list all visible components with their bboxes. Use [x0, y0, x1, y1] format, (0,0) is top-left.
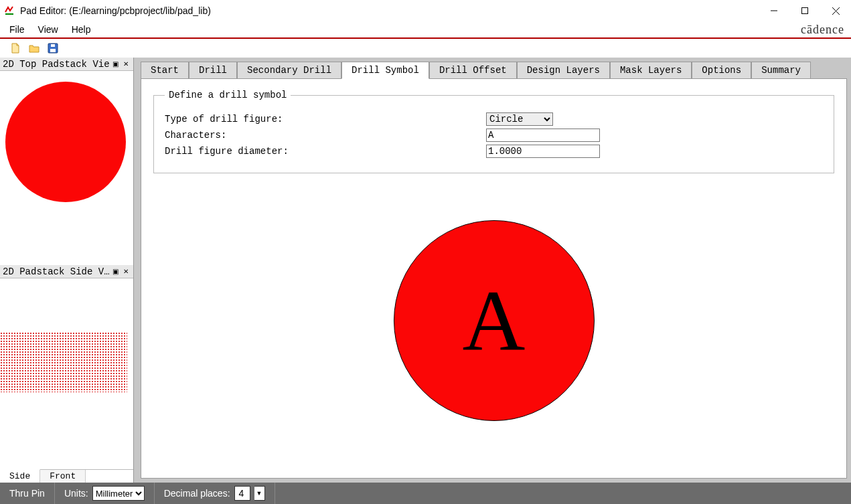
main-tabs: Start Drill Secondary Drill Drill Symbol…: [141, 62, 847, 79]
tab-drill-offset[interactable]: Drill Offset: [429, 62, 517, 79]
tab-mask-layers[interactable]: Mask Layers: [610, 62, 692, 79]
menubar: File View Help cādence: [0, 21, 851, 39]
tab-summary[interactable]: Summary: [751, 62, 811, 79]
characters-input[interactable]: [486, 129, 600, 142]
window-controls: [759, 0, 851, 21]
diameter-input[interactable]: [486, 145, 600, 158]
tab-secondary-drill[interactable]: Secondary Drill: [237, 62, 341, 79]
status-decimal: Decimal places: 4 ▼: [155, 483, 275, 504]
svg-rect-5: [50, 49, 56, 52]
top-view-canvas[interactable]: [0, 71, 133, 265]
top-padstack-panel: 2D Top Padstack View ▣ ✕: [0, 58, 133, 265]
characters-label: Characters:: [165, 130, 486, 141]
decimal-label: Decimal places:: [164, 488, 230, 499]
row-type: Type of drill figure: Circle: [165, 112, 823, 126]
padstack-side-shape: [0, 332, 127, 392]
group-legend: Define a drill symbol: [165, 90, 291, 100]
svg-rect-6: [51, 44, 55, 47]
statusbar: Thru Pin Units: Millimeter Decimal place…: [0, 483, 851, 504]
brand-logo: cādence: [801, 23, 848, 37]
status-thru-pin: Thru Pin: [0, 483, 55, 504]
drill-symbol-group: Define a drill symbol Type of drill figu…: [153, 90, 834, 173]
diameter-label: Drill figure diameter:: [165, 146, 486, 157]
new-file-button[interactable]: [9, 42, 21, 54]
app-icon: [4, 5, 15, 16]
decimal-value[interactable]: 4: [234, 486, 250, 501]
side-padstack-panel: 2D Padstack Side V… ▣ ✕ Side Front: [0, 265, 133, 483]
side-view-canvas[interactable]: [0, 278, 133, 469]
titlebar: Pad Editor: (E:/learning/pcbproject/lib/…: [0, 0, 851, 21]
close-panel-icon[interactable]: ✕: [121, 60, 131, 68]
drill-figure-circle: A: [394, 220, 595, 421]
side-view-tabs: Side Front: [0, 469, 133, 483]
drill-preview: A: [153, 173, 834, 467]
tab-options[interactable]: Options: [692, 62, 751, 79]
undock-icon[interactable]: ▣: [110, 60, 120, 68]
type-select[interactable]: Circle: [486, 112, 553, 126]
left-panels: 2D Top Padstack View ▣ ✕ 2D Padstack Sid…: [0, 58, 134, 483]
row-diameter: Drill figure diameter:: [165, 145, 823, 158]
open-file-button[interactable]: [28, 42, 40, 54]
tab-start[interactable]: Start: [141, 62, 189, 79]
units-label: Units:: [64, 488, 88, 499]
main-area: 2D Top Padstack View ▣ ✕ 2D Padstack Sid…: [0, 58, 851, 483]
side-tab-front[interactable]: Front: [40, 470, 86, 483]
undock-icon[interactable]: ▣: [110, 268, 120, 275]
side-tab-side[interactable]: Side: [0, 469, 40, 483]
decimal-dropdown-icon[interactable]: ▼: [254, 486, 265, 501]
minimize-button[interactable]: [759, 0, 789, 21]
type-label: Type of drill figure:: [165, 114, 486, 124]
tab-body: Define a drill symbol Type of drill figu…: [141, 78, 847, 479]
content-area: Start Drill Secondary Drill Drill Symbol…: [134, 58, 851, 483]
side-panel-header: 2D Padstack Side V… ▣ ✕: [0, 265, 133, 278]
top-panel-title: 2D Top Padstack View: [3, 59, 109, 70]
close-panel-icon[interactable]: ✕: [121, 268, 131, 275]
drill-figure-char: A: [463, 270, 526, 371]
padstack-top-shape: [5, 82, 126, 202]
tab-drill[interactable]: Drill: [189, 62, 237, 79]
menu-help[interactable]: Help: [65, 21, 98, 37]
tab-design-layers[interactable]: Design Layers: [517, 62, 610, 79]
window-title: Pad Editor: (E:/learning/pcbproject/lib/…: [20, 5, 211, 16]
units-select[interactable]: Millimeter: [92, 486, 145, 501]
save-button[interactable]: [47, 42, 59, 54]
side-panel-title: 2D Padstack Side V…: [3, 266, 109, 277]
tab-drill-symbol[interactable]: Drill Symbol: [341, 62, 429, 79]
maximize-button[interactable]: [789, 0, 820, 21]
menu-view[interactable]: View: [31, 21, 65, 37]
menu-file[interactable]: File: [3, 21, 31, 37]
close-button[interactable]: [820, 0, 851, 21]
row-characters: Characters:: [165, 129, 823, 142]
toolbar: [0, 39, 851, 58]
top-panel-header: 2D Top Padstack View ▣ ✕: [0, 58, 133, 71]
status-units: Units: Millimeter: [55, 483, 155, 504]
thru-pin-label: Thru Pin: [9, 488, 45, 499]
svg-rect-1: [802, 8, 808, 14]
